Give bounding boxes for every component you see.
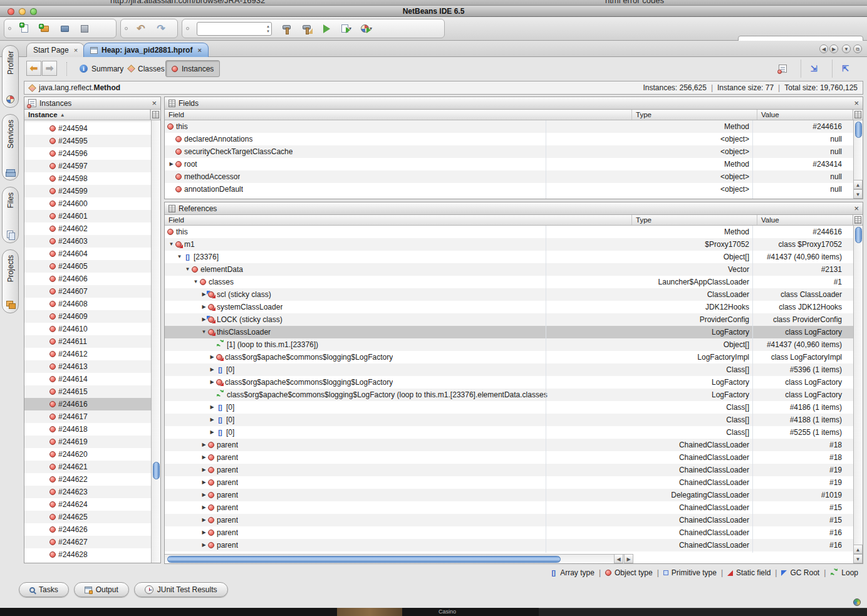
tree-row[interactable]: ▶class$org$apache$commons$logging$LogFac… bbox=[165, 376, 853, 389]
tab-heap-dump[interactable]: Heap: java_pid2881.hprof × bbox=[83, 43, 209, 57]
tree-row[interactable]: ▶parentChainedClassLoader#18 bbox=[165, 451, 853, 464]
expand-toggle-icon[interactable]: ▶ bbox=[200, 464, 208, 476]
sidebar-item-files[interactable]: Files bbox=[2, 187, 19, 243]
expand-toggle-icon[interactable]: ▶ bbox=[200, 301, 208, 313]
references-view-button[interactable]: ⇱ bbox=[832, 60, 858, 78]
instances-button[interactable]: Instances bbox=[165, 60, 220, 77]
tree-row[interactable]: ▼classesLauncher$AppClassLoader#1 bbox=[165, 276, 853, 288]
tree-row[interactable]: ▼[][23376]Object[]#41437 (40,960 items) bbox=[165, 251, 853, 263]
collapse-toggle-icon[interactable]: ▼ bbox=[200, 326, 208, 338]
expand-toggle-icon[interactable]: ▶ bbox=[208, 401, 216, 414]
open-project-icon[interactable] bbox=[56, 21, 73, 36]
references-vscrollbar[interactable]: ▲ ▼ bbox=[853, 226, 863, 563]
list-item[interactable]: #244623 bbox=[24, 486, 151, 498]
field-column[interactable]: Field bbox=[165, 110, 632, 120]
list-item[interactable]: #244604 bbox=[24, 248, 151, 260]
value-column[interactable]: Value bbox=[757, 110, 853, 120]
list-item[interactable]: #244599 bbox=[24, 185, 151, 197]
references-table[interactable]: thisMethod#244616▼m1$Proxy17052class $Pr… bbox=[165, 226, 853, 553]
list-item[interactable]: #244607 bbox=[24, 285, 151, 298]
field-column[interactable]: Field bbox=[165, 215, 632, 225]
list-item[interactable]: #244596 bbox=[24, 147, 151, 160]
list-item[interactable]: #244597 bbox=[24, 160, 151, 172]
config-combo[interactable]: ▲▼ bbox=[194, 21, 274, 36]
collapse-toggle-icon[interactable]: ▼ bbox=[192, 276, 200, 288]
expand-toggle-icon[interactable]: ▶ bbox=[208, 414, 216, 426]
tree-row[interactable]: ▶parentChainedClassLoader#15 bbox=[165, 501, 853, 514]
expand-toggle-icon[interactable]: ▶ bbox=[200, 439, 208, 451]
list-item[interactable]: #244602 bbox=[24, 222, 151, 235]
list-item[interactable]: #244600 bbox=[24, 197, 151, 210]
debug-icon[interactable]: ▾ bbox=[338, 21, 355, 36]
list-item[interactable]: #244605 bbox=[24, 260, 151, 273]
instances-list[interactable]: #244594#244595#244596#244597#244598#2445… bbox=[24, 120, 151, 563]
expand-toggle-icon[interactable]: ▶ bbox=[200, 489, 208, 501]
list-item[interactable]: #244615 bbox=[24, 385, 151, 398]
list-item[interactable]: #244610 bbox=[24, 323, 151, 335]
fields-table[interactable]: thisMethod#244616declaredAnnotations<obj… bbox=[165, 120, 853, 199]
tab-start-page[interactable]: Start Page × bbox=[26, 43, 85, 57]
close-icon[interactable]: × bbox=[152, 98, 157, 108]
scrollbar-thumb[interactable] bbox=[855, 227, 862, 243]
list-item[interactable]: #244614 bbox=[24, 373, 151, 385]
tree-row[interactable]: ▶scl (sticky class)ClassLoaderclass Clas… bbox=[165, 288, 853, 301]
list-item[interactable]: #244595 bbox=[24, 135, 151, 147]
scrollbar-thumb[interactable] bbox=[855, 122, 862, 138]
collapse-toggle-icon[interactable]: ▼ bbox=[184, 263, 192, 276]
summary-button[interactable]: i Summary bbox=[74, 60, 129, 77]
undo-icon[interactable]: ↶ bbox=[133, 21, 149, 36]
tree-row[interactable]: ▶parentChainedClassLoader#18 bbox=[165, 439, 853, 451]
list-item[interactable]: #244619 bbox=[24, 436, 151, 448]
back-button[interactable]: ⬅ bbox=[26, 61, 41, 76]
close-icon[interactable]: × bbox=[854, 204, 859, 213]
list-item[interactable]: #244598 bbox=[24, 172, 151, 185]
column-selector-button[interactable] bbox=[853, 215, 863, 225]
new-project-icon[interactable]: + bbox=[36, 21, 53, 36]
list-item[interactable]: #244617 bbox=[24, 410, 151, 423]
scroll-right-icon[interactable]: ▶ bbox=[624, 554, 633, 563]
forward-button[interactable]: ➡ bbox=[42, 61, 57, 76]
type-column[interactable]: Type bbox=[632, 215, 757, 225]
scroll-down-icon[interactable]: ▼ bbox=[853, 189, 863, 199]
list-item[interactable]: #244624 bbox=[24, 498, 151, 511]
list-item[interactable]: #244628 bbox=[24, 548, 151, 561]
redo-icon[interactable]: ↷ bbox=[153, 21, 169, 36]
tree-row[interactable]: ▼elementDataVector#2131 bbox=[165, 263, 853, 276]
window-button-junit-test-results[interactable]: JUnit Test Results bbox=[134, 582, 228, 597]
list-item[interactable]: #244601 bbox=[24, 210, 151, 222]
list-item[interactable]: #244612 bbox=[24, 348, 151, 360]
scroll-right-icon[interactable]: ▶ bbox=[829, 44, 838, 53]
tree-row[interactable]: ▶systemClassLoaderJDK12Hooksclass JDK12H… bbox=[165, 301, 853, 313]
collapse-toggle-icon[interactable]: ▼ bbox=[167, 238, 175, 251]
expand-toggle-icon[interactable]: ▶ bbox=[200, 526, 208, 539]
close-icon[interactable]: × bbox=[854, 98, 859, 108]
fields-view-button[interactable]: ⇲ bbox=[801, 60, 827, 78]
close-tab-icon[interactable]: × bbox=[73, 46, 78, 54]
tree-row[interactable]: methodAccessor<object>null bbox=[165, 170, 853, 183]
sidebar-item-services[interactable]: Services bbox=[2, 114, 19, 180]
tree-row[interactable]: ▶parentChainedClassLoader#19 bbox=[165, 476, 853, 489]
expand-toggle-icon[interactable]: ▶ bbox=[200, 501, 208, 514]
tree-row[interactable]: ▼thisClassLoaderLogFactoryclass LogFacto… bbox=[165, 326, 853, 338]
tree-row[interactable]: annotationDefault<object>null bbox=[165, 183, 853, 196]
tree-row[interactable]: [1] (loop to this.m1.[23376])Object[]#41… bbox=[165, 338, 853, 351]
tree-row[interactable]: declaredAnnotations<object>null bbox=[165, 133, 853, 145]
list-item[interactable]: #244616 bbox=[24, 398, 151, 410]
update-center-icon[interactable] bbox=[853, 598, 861, 606]
list-item[interactable]: #244608 bbox=[24, 298, 151, 310]
type-column[interactable]: Type bbox=[632, 110, 757, 120]
expand-toggle-icon[interactable]: ▶ bbox=[200, 313, 208, 326]
value-column[interactable]: Value bbox=[757, 215, 853, 225]
column-selector-button[interactable] bbox=[853, 110, 863, 120]
instance-column[interactable]: Instance▲ bbox=[24, 110, 150, 120]
scroll-left-icon[interactable]: ◀ bbox=[614, 554, 623, 563]
expand-toggle-icon[interactable]: ▶ bbox=[200, 514, 208, 526]
scroll-left-icon[interactable]: ◀ bbox=[819, 44, 828, 53]
tree-row[interactable]: ▶[][0]Class[]#5255 (1 items) bbox=[165, 426, 853, 439]
tree-row[interactable]: ▶[][0]Class[]#4188 (1 items) bbox=[165, 414, 853, 426]
tree-row[interactable]: ▶parentChainedClassLoader#16 bbox=[165, 539, 853, 551]
expand-toggle-icon[interactable]: ▶ bbox=[208, 351, 216, 363]
tree-row[interactable]: ▶[][0]Class[]#4186 (1 items) bbox=[165, 401, 853, 414]
expand-toggle-icon[interactable]: ▶ bbox=[208, 376, 216, 389]
list-item[interactable]: #244594 bbox=[24, 122, 151, 135]
